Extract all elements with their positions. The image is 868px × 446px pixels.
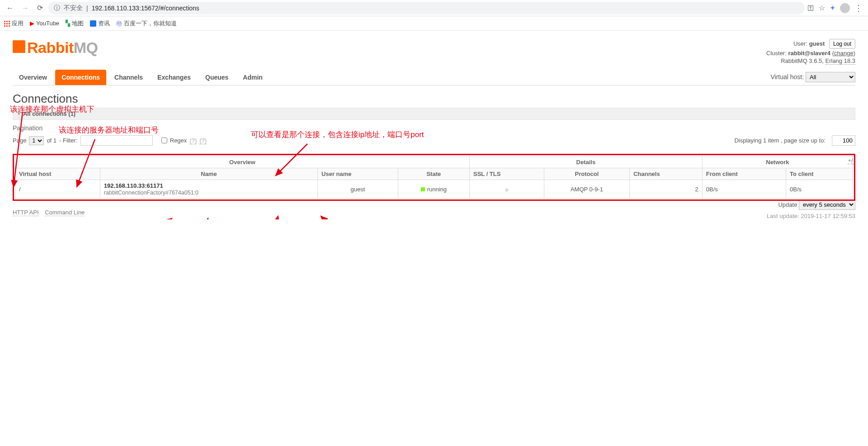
- cell-from-client: 0B/s: [702, 180, 786, 199]
- header-right: User: guest Log out Cluster: rabbit@slav…: [766, 39, 855, 65]
- display-info: Displaying 1 item , page size up to:: [734, 137, 826, 144]
- filter-input[interactable]: [80, 135, 153, 146]
- page-of: of 1: [47, 137, 57, 144]
- tab-admin[interactable]: Admin: [236, 70, 269, 85]
- bookmark-star-icon[interactable]: ☆: [819, 4, 825, 12]
- col-to-client[interactable]: To client: [786, 168, 853, 180]
- apps-label: 应用: [12, 19, 24, 28]
- back-button[interactable]: ←: [4, 2, 16, 14]
- regex-label: Regex: [170, 137, 187, 144]
- http-api-link[interactable]: HTTP API: [13, 209, 39, 216]
- update-interval-select[interactable]: every 5 seconds: [799, 199, 855, 210]
- cell-ssl: [469, 180, 544, 199]
- reload-button[interactable]: ⟳: [34, 2, 46, 14]
- url-separator: |: [86, 5, 88, 12]
- pagesize-input[interactable]: [832, 135, 855, 146]
- baidu-bookmark[interactable]: ㊞百度一下，你就知道: [116, 19, 177, 28]
- ssl-empty-icon: [505, 189, 508, 191]
- logout-button[interactable]: Log out: [829, 39, 855, 49]
- tab-overview[interactable]: Overview: [13, 70, 53, 85]
- pagination-controls: Page 1 of 1 - Filter: Regex (?)(?) Displ…: [13, 135, 855, 146]
- cluster-name: rabbit@slaver4: [788, 50, 830, 57]
- col-name[interactable]: Name: [100, 168, 317, 180]
- change-link[interactable]: change: [834, 50, 854, 57]
- logo-mq: MQ: [74, 39, 98, 56]
- cell-state: running: [398, 180, 469, 199]
- state-indicator-icon: [421, 187, 425, 191]
- main-tabs: Overview Connections Channels Exchanges …: [13, 70, 855, 85]
- state-text: running: [427, 186, 447, 193]
- regex-checkbox[interactable]: [161, 138, 167, 143]
- menu-dots-icon[interactable]: ⋮: [854, 3, 863, 13]
- collapse-triangle-icon: ▼: [17, 111, 21, 116]
- vhost-select[interactable]: All: [806, 72, 855, 82]
- page-select[interactable]: 1: [29, 136, 44, 145]
- col-user[interactable]: User name: [318, 168, 398, 180]
- command-line-link[interactable]: Command Line: [45, 209, 85, 216]
- col-from-client[interactable]: From client: [702, 168, 786, 180]
- connections-table-wrap: +/- Overview Details Network Virtual hos…: [13, 154, 855, 201]
- cell-user: guest: [318, 180, 398, 199]
- profile-avatar[interactable]: [840, 3, 850, 13]
- user-name: guest: [809, 40, 825, 47]
- cell-vhost: /: [15, 180, 100, 199]
- conn-factory: rabbitConnectionFactory#7674a051:0: [104, 190, 198, 196]
- tab-exchanges[interactable]: Exchanges: [151, 70, 197, 85]
- youtube-bookmark[interactable]: ▶YouTube: [30, 20, 59, 27]
- cell-name[interactable]: 192.168.110.33:61171 rabbitConnectionFac…: [100, 180, 317, 199]
- cluster-label: Cluster:: [766, 50, 787, 57]
- columns-minus[interactable]: -: [853, 157, 855, 164]
- update-label: Update: [778, 201, 797, 208]
- tab-queues[interactable]: Queues: [199, 70, 235, 85]
- group-overview: Overview: [15, 157, 470, 168]
- vhost-selector: Virtual host: All: [770, 72, 855, 82]
- all-connections-section[interactable]: ▼ All connections (1): [13, 108, 855, 120]
- col-channels[interactable]: Channels: [630, 168, 703, 180]
- cell-channels: 2: [630, 180, 703, 199]
- regex-help2[interactable]: (?): [199, 137, 207, 144]
- map-icon: ▚: [66, 20, 70, 27]
- tab-connections[interactable]: Connections: [55, 70, 106, 85]
- regex-help1[interactable]: (?): [189, 137, 197, 144]
- page-title: Connections: [13, 92, 855, 106]
- table-columns-toggle: +/-: [848, 157, 855, 164]
- filter-label: - Filter:: [59, 137, 77, 144]
- url-bar[interactable]: ⓘ 不安全 | 192.168.110.133:15672/#/connecti…: [48, 2, 805, 14]
- rabbitmq-logo[interactable]: RabbitMQ: [13, 39, 98, 57]
- table-row[interactable]: / 192.168.110.33:61171 rabbitConnectionF…: [15, 180, 853, 199]
- bookmarks-bar: 应用 ▶YouTube ▚地图 资讯 ㊞百度一下，你就知道: [0, 16, 868, 31]
- toolbar-right: ⚿ ☆ ✦ ⋮: [807, 3, 864, 13]
- maps-bookmark[interactable]: ▚地图: [66, 19, 84, 28]
- page-header: RabbitMQ User: guest Log out Cluster: ra…: [13, 39, 855, 65]
- vhost-label: Virtual host:: [770, 73, 804, 81]
- forward-button[interactable]: →: [19, 2, 32, 14]
- tab-channels[interactable]: Channels: [108, 70, 149, 85]
- col-vhost[interactable]: Virtual host: [15, 168, 100, 180]
- cell-to-client: 0B/s: [786, 180, 853, 199]
- cell-protocol: AMQP 0-9-1: [544, 180, 629, 199]
- info-icon: ⓘ: [54, 4, 60, 12]
- col-ssl[interactable]: SSL / TLS: [469, 168, 544, 180]
- last-update: Last update: 2019-11-17 12:59:53: [13, 213, 855, 219]
- apps-icon: [4, 20, 10, 27]
- youtube-icon: ▶: [30, 20, 34, 27]
- columns-plus[interactable]: +: [848, 157, 851, 164]
- key-icon[interactable]: ⚿: [807, 4, 814, 12]
- apps-bookmark[interactable]: 应用: [4, 19, 24, 28]
- insecure-label: 不安全: [64, 4, 83, 12]
- group-network: Network: [702, 157, 853, 168]
- user-label: User:: [793, 40, 807, 47]
- extension-icon[interactable]: ✦: [830, 4, 835, 12]
- update-line: Update every 5 seconds: [13, 199, 855, 210]
- zixun-label: 资讯: [98, 19, 110, 28]
- zixun-icon: [90, 20, 96, 27]
- bunny-icon: [13, 40, 25, 53]
- col-state[interactable]: State: [398, 168, 469, 180]
- zixun-bookmark[interactable]: 资讯: [90, 19, 110, 28]
- url-text: 192.168.110.133:15672/#/connections: [92, 5, 199, 12]
- version-label: RabbitMQ 3.6.5,: [781, 57, 824, 64]
- erlang-version[interactable]: Erlang 18.3: [826, 57, 856, 65]
- youtube-label: YouTube: [36, 20, 59, 27]
- col-protocol[interactable]: Protocol: [544, 168, 629, 180]
- baidu-label: 百度一下，你就知道: [124, 19, 177, 28]
